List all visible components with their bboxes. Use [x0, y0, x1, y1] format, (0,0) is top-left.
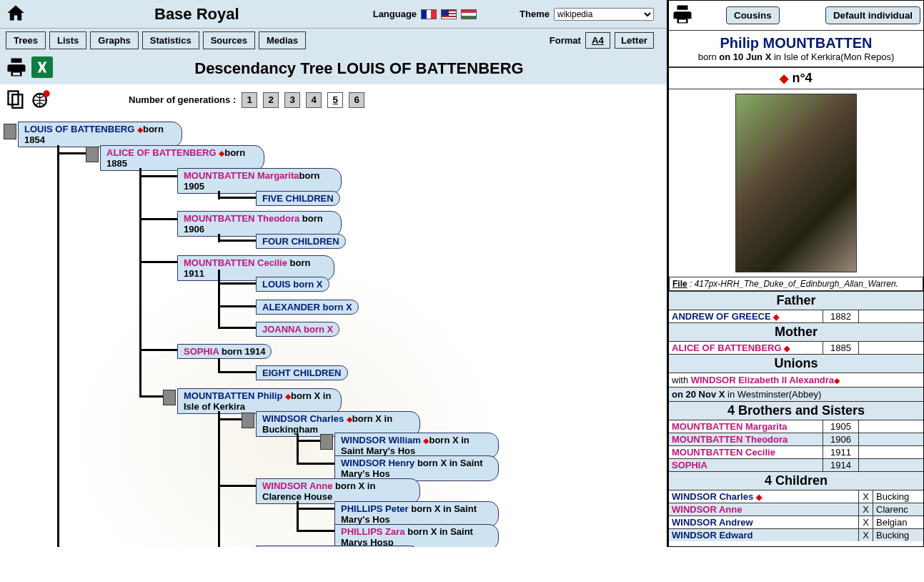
individual-name[interactable]: Philip MOUNTBATTEN: [673, 35, 919, 51]
tree-node[interactable]: WINDSOR Andrew born X in Belgian Suite: [256, 546, 420, 547]
person-thumb: [320, 434, 333, 450]
sibling-link[interactable]: MOUNTBATTEN Cecilie: [669, 446, 823, 458]
person-thumb: [4, 124, 16, 139]
page-title: Descendancy Tree LOUIS OF BATTENBERG: [57, 59, 661, 78]
sibling-link[interactable]: MOUNTBATTEN Theodora: [669, 433, 823, 445]
format-letter[interactable]: Letter: [615, 32, 654, 49]
gen-6[interactable]: 6: [349, 92, 364, 108]
tree-node[interactable]: WINDSOR Henry born X in Saint Mary's Hos: [334, 455, 499, 481]
tab-lists[interactable]: Lists: [49, 31, 86, 49]
tree-node[interactable]: WINDSOR Anne born X in Clarence House: [256, 478, 420, 504]
children-heading: 4 Children: [669, 471, 923, 490]
tree-node[interactable]: WINDSOR William ◆born X in Saint Mary's …: [334, 433, 499, 458]
tree-node[interactable]: ALICE OF BATTENBERG ◆born 1885: [100, 145, 264, 171]
tree-node[interactable]: MOUNTBATTEN Margaritaborn 1905: [177, 168, 342, 194]
globe-pin-icon[interactable]: [31, 89, 51, 111]
format-label: Format: [550, 35, 581, 46]
father-link[interactable]: ANDREW OF GREECE ◆: [669, 310, 823, 322]
tab-statistics[interactable]: Statistics: [142, 31, 199, 49]
mother-link[interactable]: ALICE OF BATTENBERG ◆: [669, 342, 823, 354]
individual-photo: [735, 94, 857, 272]
flag-hu[interactable]: [461, 9, 477, 19]
tree-node[interactable]: LOUIS born X: [256, 277, 329, 292]
default-individual-button[interactable]: Default individual: [825, 6, 920, 24]
svg-point-4: [43, 90, 49, 97]
home-icon[interactable]: [6, 3, 26, 25]
sibling-link[interactable]: MOUNTBATTEN Margarita: [669, 420, 823, 433]
tree-node[interactable]: SOPHIA born 1914: [177, 344, 272, 359]
tab-sources[interactable]: Sources: [203, 31, 255, 49]
tree-area: LOUIS OF BATTENBERG ◆born 1854 ALICE OF …: [0, 118, 667, 547]
format-a4[interactable]: A4: [585, 32, 610, 49]
child-link[interactable]: WINDSOR Andrew: [669, 516, 859, 528]
flag-fr[interactable]: [421, 9, 437, 19]
tab-medias[interactable]: Medias: [259, 31, 306, 49]
tab-graphs[interactable]: Graphs: [90, 31, 139, 49]
person-thumb: [242, 413, 254, 428]
svg-rect-2: [12, 94, 22, 108]
print-icon[interactable]: [6, 56, 27, 80]
theme-select[interactable]: wikipedia: [554, 8, 654, 21]
cousins-button[interactable]: Cousins: [726, 6, 780, 24]
tree-node[interactable]: PHILLIPS Peter born X in Saint Mary's Ho…: [334, 501, 499, 527]
father-heading: Father: [669, 291, 923, 310]
child-link[interactable]: WINDSOR Anne: [669, 503, 859, 516]
union-date: on 20 Nov X in Westminster(Abbey): [669, 387, 923, 401]
excel-icon[interactable]: [31, 56, 53, 80]
gen-1[interactable]: 1: [242, 92, 257, 108]
unions-heading: Unions: [669, 354, 923, 373]
copy-icon[interactable]: [6, 89, 26, 111]
spouse-link[interactable]: WINDSOR Elizabeth II Alexandra: [691, 375, 834, 385]
tree-node[interactable]: JOANNA born X: [256, 322, 339, 337]
gen-3[interactable]: 3: [284, 92, 300, 108]
child-link[interactable]: WINDSOR Charles ◆: [669, 490, 859, 503]
person-thumb: [163, 390, 176, 405]
file-info: File : 417px-HRH_The_Duke_of_Edinburgh_A…: [669, 277, 923, 291]
tab-trees[interactable]: Trees: [6, 31, 46, 49]
mother-heading: Mother: [669, 322, 923, 341]
individual-rank: ◆ n°4: [669, 67, 923, 89]
theme-label: Theme: [520, 9, 550, 19]
siblings-heading: 4 Brothers and Sisters: [669, 401, 923, 420]
tree-node[interactable]: LOUIS OF BATTENBERG ◆born 1854: [18, 122, 182, 147]
tree-node[interactable]: MOUNTBATTEN Theodora born 1906: [177, 211, 342, 237]
gen-5[interactable]: 5: [327, 92, 343, 108]
sibling-link[interactable]: SOPHIA: [669, 459, 823, 471]
tree-node[interactable]: MOUNTBATTEN Philip ◆born X in Isle of Ke…: [177, 388, 342, 414]
individual-born: born on 10 Jun X in Isle of Kerkira(Mon …: [673, 51, 919, 62]
tree-node[interactable]: FIVE CHILDREN: [256, 191, 340, 206]
flag-us[interactable]: [441, 9, 457, 19]
tree-node[interactable]: FOUR CHILDREN: [256, 234, 346, 249]
child-link[interactable]: WINDSOR Edward: [669, 529, 859, 541]
generations-label: Number of generations :: [129, 94, 236, 105]
gen-4[interactable]: 4: [306, 92, 322, 108]
print-icon[interactable]: [672, 4, 693, 27]
tree-node[interactable]: ALEXANDER born X: [256, 300, 359, 315]
tree-node[interactable]: EIGHT CHILDREN: [256, 365, 348, 380]
language-label: Language: [373, 9, 417, 19]
person-thumb: [86, 147, 99, 162]
tree-node[interactable]: PHILLIPS Zara born X in Saint Marys Hosp: [334, 524, 499, 547]
union-entry: with WINDSOR Elizabeth II Alexandra◆: [669, 373, 923, 387]
app-title: Base Royal: [154, 5, 239, 24]
gen-2[interactable]: 2: [263, 92, 279, 108]
